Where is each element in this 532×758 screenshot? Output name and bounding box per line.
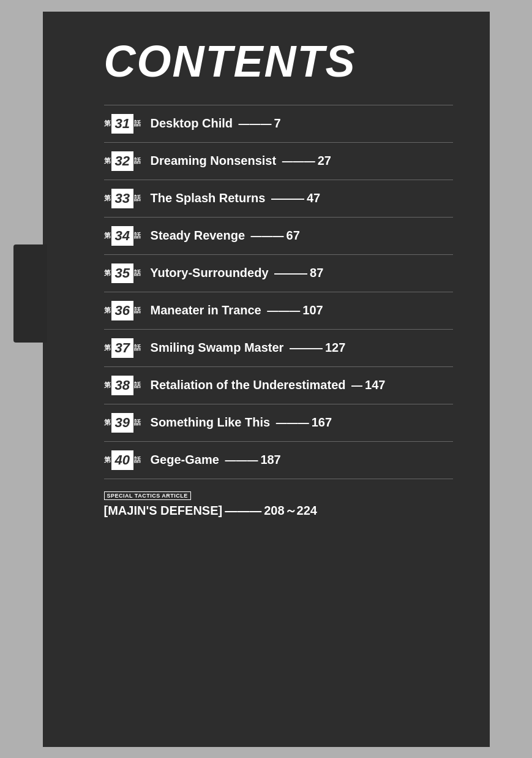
chapter-title: Desktop Child ———7 — [147, 116, 453, 131]
chapter-page: 187 — [260, 453, 280, 466]
chapter-page: 67 — [287, 229, 300, 242]
chapter-title: Something Like This ———167 — [147, 415, 453, 430]
chapter-number: 40 — [111, 450, 133, 470]
chapter-page: 107 — [302, 303, 323, 317]
chapter-dash: ——— — [271, 192, 304, 205]
chapter-page: 47 — [307, 191, 320, 205]
table-row: 第 37 話 Smiling Swamp Master ———127 — [104, 329, 453, 366]
badge-prefix: 第 — [104, 343, 111, 352]
table-row: 第 31 話 Desktop Child ———7 — [104, 105, 453, 142]
table-row: 第 40 話 Gege-Game ———187 — [104, 441, 453, 479]
chapter-title: Steady Revenge ———67 — [147, 229, 453, 243]
chapter-badge: 第 40 話 — [104, 450, 141, 470]
special-title-row: [MAJIN'S DEFENSE] ——— 208～224 — [104, 502, 453, 519]
chapter-number: 32 — [111, 151, 133, 171]
chapter-number: 36 — [111, 301, 133, 320]
table-row: 第 39 話 Something Like This ———167 — [104, 404, 453, 441]
table-row: 第 36 話 Maneater in Trance ———107 — [104, 292, 453, 329]
badge-suffix: 話 — [134, 343, 141, 352]
special-article: SPECIAL TACTICS ARTICLE [MAJIN'S DEFENSE… — [104, 479, 453, 519]
special-page: 208～224 — [264, 502, 317, 519]
badge-suffix: 話 — [134, 119, 141, 128]
chapter-title: Smiling Swamp Master ———127 — [147, 341, 453, 355]
chapter-page: 7 — [274, 116, 281, 130]
chapter-dash: ——— — [290, 342, 323, 354]
chapter-dash: ——— — [276, 417, 309, 429]
table-row: 第 33 話 The Splash Returns ———47 — [104, 180, 453, 217]
chapter-number: 39 — [111, 413, 133, 433]
chapter-title: Dreaming Nonsensist ———27 — [147, 154, 453, 168]
chapter-number: 35 — [111, 263, 133, 283]
chapter-number: 38 — [111, 376, 133, 395]
badge-prefix: 第 — [104, 418, 111, 427]
badge-suffix: 話 — [134, 381, 141, 390]
chapter-dash: ——— — [282, 155, 315, 167]
chapter-title: Retaliation of the Underestimated —147 — [147, 378, 453, 392]
badge-prefix: 第 — [104, 231, 111, 240]
chapter-badge: 第 32 話 — [104, 151, 141, 171]
table-row: 第 34 話 Steady Revenge ———67 — [104, 217, 453, 254]
chapter-badge: 第 35 話 — [104, 263, 141, 283]
table-row: 第 32 話 Dreaming Nonsensist ———27 — [104, 142, 453, 180]
chapter-number: 33 — [111, 189, 133, 208]
tab-left — [13, 244, 47, 343]
chapter-dash: ——— — [239, 118, 272, 130]
chapter-dash: ——— — [251, 230, 284, 242]
chapter-dash: ——— — [267, 305, 300, 317]
chapter-badge: 第 39 話 — [104, 413, 141, 433]
chapter-title: The Splash Returns ———47 — [147, 191, 453, 205]
badge-suffix: 話 — [134, 194, 141, 203]
badge-prefix: 第 — [104, 119, 111, 128]
page-container: CONTENTS 第 31 話 Desktop Child ———7 第 32 … — [43, 12, 490, 747]
badge-prefix: 第 — [104, 194, 111, 203]
badge-suffix: 話 — [134, 306, 141, 315]
badge-prefix: 第 — [104, 156, 111, 165]
chapter-badge: 第 37 話 — [104, 338, 141, 358]
table-row: 第 35 話 Yutory-Surroundedy ———87 — [104, 254, 453, 292]
badge-prefix: 第 — [104, 381, 111, 390]
chapter-title: Maneater in Trance ———107 — [147, 303, 453, 317]
badge-prefix: 第 — [104, 455, 111, 464]
chapter-title: Gege-Game ———187 — [147, 453, 453, 467]
badge-suffix: 話 — [134, 231, 141, 240]
chapter-dash: — — [351, 379, 362, 392]
chapter-title: Yutory-Surroundedy ———87 — [147, 266, 453, 280]
contents-list: 第 31 話 Desktop Child ———7 第 32 話 Dreamin… — [104, 105, 453, 479]
special-label: SPECIAL TACTICS ARTICLE — [104, 491, 191, 500]
chapter-badge: 第 33 話 — [104, 189, 141, 208]
chapter-number: 34 — [111, 226, 133, 246]
chapter-page: 127 — [325, 341, 345, 354]
badge-suffix: 話 — [134, 268, 141, 278]
chapter-badge: 第 36 話 — [104, 301, 141, 320]
special-dash: ——— — [225, 504, 261, 518]
chapter-page: 87 — [310, 266, 323, 279]
badge-prefix: 第 — [104, 306, 111, 315]
special-title: [MAJIN'S DEFENSE] — [104, 504, 223, 518]
badge-suffix: 話 — [134, 455, 141, 464]
chapter-number: 31 — [111, 114, 133, 134]
badge-suffix: 話 — [134, 156, 141, 165]
page-title: CONTENTS — [104, 36, 453, 86]
chapter-badge: 第 34 話 — [104, 226, 141, 246]
badge-prefix: 第 — [104, 268, 111, 278]
chapter-dash: ——— — [225, 454, 258, 466]
table-row: 第 38 話 Retaliation of the Underestimated… — [104, 366, 453, 404]
chapter-number: 37 — [111, 338, 133, 358]
chapter-dash: ——— — [274, 267, 307, 279]
chapter-badge: 第 31 話 — [104, 114, 141, 134]
chapter-page: 167 — [312, 415, 332, 429]
badge-suffix: 話 — [134, 418, 141, 427]
chapter-badge: 第 38 話 — [104, 376, 141, 395]
chapter-page: 147 — [365, 378, 385, 392]
chapter-page: 27 — [318, 154, 331, 167]
